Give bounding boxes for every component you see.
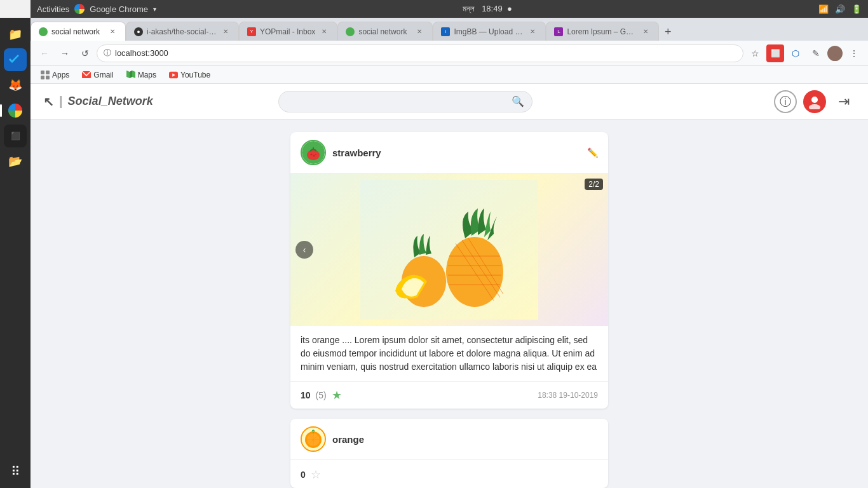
tab-github[interactable]: ● i-akash/the-social-n... ✕ xyxy=(126,22,239,41)
forward-button[interactable]: → xyxy=(56,44,74,62)
back-button[interactable]: ← xyxy=(36,44,53,62)
post1-edit-button[interactable]: ✏️ xyxy=(587,147,598,158)
tab5-close[interactable]: ✕ xyxy=(527,27,538,37)
os-app-chrome[interactable] xyxy=(4,99,27,122)
post1-avatar xyxy=(301,140,326,165)
os-language: মন্ল xyxy=(463,4,475,13)
battery-icon: 🔋 xyxy=(851,4,862,14)
post1-comment-count: (5) xyxy=(316,390,327,400)
svg-rect-20 xyxy=(360,180,538,320)
post1-header: strawberry ✏️ xyxy=(290,132,608,173)
svg-rect-7 xyxy=(46,76,50,79)
svg-point-14 xyxy=(809,104,820,109)
bookmark-star-button[interactable]: ☆ xyxy=(746,44,764,62)
search-input[interactable] xyxy=(287,97,506,107)
os-app-files[interactable]: 📁 xyxy=(4,23,27,46)
tab3-close[interactable]: ✕ xyxy=(319,27,329,37)
tab-yopmail[interactable]: Y YOPmail - Inbox ✕ xyxy=(239,22,337,41)
bookmark-apps[interactable]: Apps xyxy=(36,69,74,81)
os-time: 18:49 xyxy=(482,4,503,13)
os-browser-name-text[interactable]: Google Chrome xyxy=(90,4,148,14)
os-app-terminal[interactable]: ⬛ xyxy=(4,125,27,147)
extensions-button[interactable]: ⬡ xyxy=(787,44,804,62)
os-top-bar: Activities tab1 Google Chrome ▾ মন্ল 18:… xyxy=(31,0,868,18)
post1-likes: 10 xyxy=(301,390,311,400)
svg-marker-10 xyxy=(130,71,132,78)
post1-body: its orange .... Lorem ipsum dolor sit am… xyxy=(290,326,608,381)
tab-social-network-active[interactable]: social network ✕ xyxy=(31,22,126,41)
svg-point-19 xyxy=(315,154,316,155)
reload-button[interactable]: ↺ xyxy=(76,44,94,62)
app-logo: ↖ | Social_Network xyxy=(43,94,153,109)
os-app-grid[interactable]: ⠿ xyxy=(4,460,27,483)
search-bar[interactable]: 🔍 xyxy=(278,91,532,112)
prev-image-button[interactable]: ‹ xyxy=(295,241,313,259)
post1-like-button[interactable]: ★ xyxy=(332,388,342,402)
svg-rect-6 xyxy=(41,76,44,79)
post2-avatar xyxy=(301,426,326,452)
volume-icon: 🔊 xyxy=(835,4,845,14)
app-header: ↖ | Social_Network 🔍 ⓘ ⇥ xyxy=(31,84,868,119)
header-actions: ⓘ ⇥ xyxy=(774,90,855,113)
post1-footer: 10 (5) ★ 18:38 19-10-2019 xyxy=(290,381,608,409)
tab2-title: i-akash/the-social-n... xyxy=(147,27,217,36)
tab-bar: social network ✕ ● i-akash/the-social-n.… xyxy=(31,18,868,41)
logout-button[interactable]: ⇥ xyxy=(832,90,855,113)
lock-icon: ⓘ xyxy=(104,48,111,58)
tab6-title: Lorem Ipsum – Gene... xyxy=(567,27,637,36)
info-button[interactable]: ⓘ xyxy=(774,90,797,113)
os-dropdown-arrow[interactable]: ▾ xyxy=(153,6,156,13)
post1-username: strawberry xyxy=(332,147,381,158)
os-app-firefox[interactable]: 🦊 xyxy=(4,74,27,97)
tab6-favicon: L xyxy=(554,27,563,36)
nav-bar: ← → ↺ ⓘ localhost:3000 ☆ ⬜ ⬡ ✎ ⋮ xyxy=(31,41,868,66)
gmail-icon xyxy=(82,71,91,79)
os-app-vscode[interactable] xyxy=(4,48,27,71)
user-avatar[interactable] xyxy=(827,46,843,61)
os-sidebar: 📁 🦊 ⬛ 📂 ⠿ xyxy=(0,18,31,488)
edit-button[interactable]: ✎ xyxy=(807,44,825,62)
post2-header: orange xyxy=(290,419,608,460)
tab6-close[interactable]: ✕ xyxy=(641,27,651,37)
post2-likes: 0 xyxy=(301,470,306,480)
svg-point-13 xyxy=(811,97,818,103)
svg-point-2 xyxy=(832,48,838,55)
bookmark-apps-label: Apps xyxy=(52,71,69,79)
post2-like-button[interactable]: ☆ xyxy=(311,468,321,482)
user-profile-button[interactable] xyxy=(803,90,826,113)
tab-lorem-ipsum[interactable]: L Lorem Ipsum – Gene... ✕ xyxy=(546,22,659,41)
tab4-favicon xyxy=(346,27,355,36)
logo-divider: | xyxy=(59,94,63,109)
os-app-files2[interactable]: 📂 xyxy=(4,150,27,173)
wifi-icon: 📶 xyxy=(818,4,829,14)
new-tab-button[interactable]: + xyxy=(659,23,677,41)
address-bar[interactable]: ⓘ localhost:3000 xyxy=(97,44,743,62)
browser-wrapper: Activities tab1 Google Chrome ▾ মন্ল 18:… xyxy=(31,0,868,488)
tab1-close[interactable]: ✕ xyxy=(107,27,118,37)
os-activities-label[interactable]: Activities xyxy=(37,4,69,14)
tab-social-network-2[interactable]: social network ✕ xyxy=(337,22,433,41)
tab5-title: ImgBB — Upload Im... xyxy=(454,27,524,36)
menu-button[interactable]: ⋮ xyxy=(845,44,863,62)
screenshot-button[interactable]: ⬜ xyxy=(766,44,784,62)
post2-footer: 0 ☆ xyxy=(290,460,608,488)
tab3-favicon: Y xyxy=(247,27,256,36)
bookmark-maps[interactable]: Maps xyxy=(121,69,161,81)
tab-imgbb[interactable]: i ImgBB — Upload Im... ✕ xyxy=(433,22,546,41)
image-counter: 2/2 xyxy=(585,179,603,190)
bookmark-gmail[interactable]: Gmail xyxy=(77,69,118,81)
tab2-close[interactable]: ✕ xyxy=(220,27,231,37)
address-text: localhost:3000 xyxy=(115,48,168,58)
tab3-title: YOPmail - Inbox xyxy=(260,27,315,36)
os-bar-center: মন্ল 18:49 ● xyxy=(164,4,811,14)
tab1-favicon xyxy=(39,27,48,36)
bookmark-gmail-label: Gmail xyxy=(93,71,113,79)
bookmark-youtube-label: YouTube xyxy=(180,71,210,79)
post-card-strawberry: strawberry ✏️ xyxy=(290,132,608,409)
apps-grid-icon xyxy=(41,71,50,79)
app-title: Social_Network xyxy=(68,95,153,108)
tab4-close[interactable]: ✕ xyxy=(414,27,424,37)
maps-icon xyxy=(126,71,135,79)
bookmark-youtube[interactable]: YouTube xyxy=(164,69,215,81)
tab4-title: social network xyxy=(358,27,407,36)
